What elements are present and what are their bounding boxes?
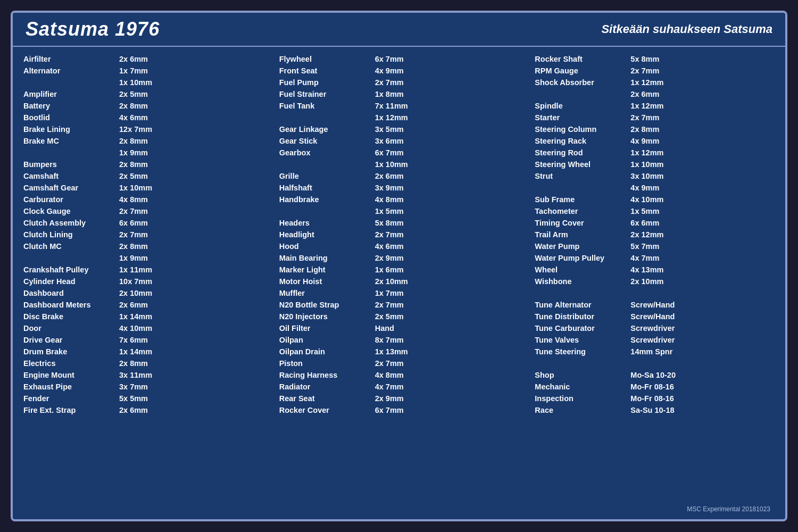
- item-name: Rear Seat: [279, 394, 375, 404]
- item-name: Camshaft Gear: [23, 183, 119, 194]
- item-spec: 1x 9mm: [119, 148, 167, 159]
- item-spec: 6x 7mm: [375, 405, 423, 416]
- column-1: Airfilter2x 6mmAlternator1x 7mm 1x 10mmA…: [23, 54, 263, 503]
- item-spec: 2x 7mm: [375, 359, 423, 369]
- item-spec: 4x 7mm: [375, 382, 423, 393]
- item-spec: 5x 8mm: [630, 54, 678, 65]
- table-row: 4x 9mm: [535, 183, 775, 195]
- item-spec: 1x 13mm: [375, 347, 423, 358]
- item-name: Headlight: [279, 230, 375, 240]
- table-row: Exhaust Pipe3x 7mm: [23, 382, 263, 394]
- table-row: 1x 5mm: [279, 206, 519, 218]
- item-name: Steering Column: [535, 124, 630, 135]
- item-name: Front Seat: [279, 66, 375, 77]
- table-row: Headers5x 8mm: [279, 218, 519, 230]
- item-name: Brake MC: [23, 136, 119, 147]
- table-row: Bootlid4x 6mm: [23, 113, 263, 124]
- columns-wrapper: Airfilter2x 6mmAlternator1x 7mm 1x 10mmA…: [23, 54, 775, 503]
- table-row: Wishbone2x 10mm: [535, 277, 775, 288]
- item-name: Bumpers: [23, 160, 119, 170]
- table-row: Gear Stick3x 6mm: [279, 136, 519, 148]
- item-spec: 2x 8mm: [119, 160, 167, 170]
- item-spec: 4x 8mm: [375, 370, 423, 381]
- item-spec: 2x 10mm: [630, 277, 678, 287]
- table-row: Muffler1x 7mm: [279, 288, 519, 300]
- item-name: Mechanic: [535, 382, 630, 393]
- item-name: N20 Bottle Strap: [279, 300, 375, 311]
- item-name: Fuel Pump: [279, 78, 375, 88]
- item-spec: 2x 5mm: [375, 312, 423, 322]
- table-row: Clutch MC2x 8mm: [23, 242, 263, 253]
- item-name: Oilpan Drain: [279, 347, 375, 358]
- table-row: Cylinder Head10x 7mm: [23, 277, 263, 288]
- item-name: Muffler: [279, 288, 375, 299]
- table-row: Tune AlternatorScrew/Hand: [535, 300, 775, 312]
- item-spec: 4x 9mm: [630, 183, 678, 194]
- item-spec: 2x 6mm: [630, 89, 678, 100]
- item-name: Carburator: [23, 195, 119, 205]
- item-name: Timing Cover: [535, 218, 630, 229]
- item-name: Motor Hoist: [279, 277, 375, 287]
- item-spec: 4x 9mm: [375, 66, 423, 77]
- item-spec: 5x 7mm: [630, 242, 678, 252]
- item-spec: 4x 8mm: [375, 195, 423, 205]
- item-name: Rocker Shaft: [535, 54, 630, 65]
- table-row: Water Pump5x 7mm: [535, 242, 775, 253]
- table-row: 1x 9mm: [23, 253, 263, 265]
- item-spec: 4x 7mm: [630, 253, 678, 264]
- item-spec: 2x 9mm: [375, 253, 423, 264]
- table-row: Rocker Shaft5x 8mm: [535, 54, 775, 66]
- item-name: Gearbox: [279, 148, 375, 159]
- item-name: Oil Filter: [279, 323, 375, 334]
- item-spec: 1x 14mm: [119, 312, 167, 322]
- table-row: Piston2x 7mm: [279, 359, 519, 370]
- table-row: Starter2x 7mm: [535, 113, 775, 124]
- table-row: Flywheel6x 7mm: [279, 54, 519, 66]
- table-row: Drive Gear7x 6mm: [23, 335, 263, 347]
- table-row: N20 Bottle Strap2x 7mm: [279, 300, 519, 312]
- item-name: Steering Wheel: [535, 160, 630, 170]
- item-name: Amplifier: [23, 89, 119, 100]
- item-name: Flywheel: [279, 54, 375, 65]
- item-spec: 4x 8mm: [119, 195, 167, 205]
- column-2: Flywheel6x 7mmFront Seat4x 9mmFuel Pump2…: [279, 54, 519, 503]
- table-row: Brake MC2x 8mm: [23, 136, 263, 148]
- item-name: Fender: [23, 394, 119, 404]
- item-spec: 1x 5mm: [375, 206, 423, 217]
- item-spec: 4x 6mm: [375, 242, 423, 252]
- item-name: Starter: [535, 113, 630, 123]
- item-spec: Sa-Su 10-18: [630, 405, 678, 416]
- table-row: Grille2x 6mm: [279, 171, 519, 183]
- table-row: Water Pump Pulley4x 7mm: [535, 253, 775, 265]
- table-row: 1x 10mm: [23, 78, 263, 89]
- item-spec: 4x 10mm: [630, 195, 678, 205]
- item-spec: 6x 7mm: [375, 54, 423, 65]
- table-row: Electrics2x 8mm: [23, 359, 263, 370]
- table-row: Clutch Lining2x 7mm: [23, 230, 263, 242]
- item-spec: 6x 6mm: [119, 218, 167, 229]
- item-name: Hood: [279, 242, 375, 252]
- item-name: Bootlid: [23, 113, 119, 123]
- table-row: Shock Absorber1x 12mm: [535, 78, 775, 89]
- item-spec: 5x 5mm: [119, 394, 167, 404]
- item-name: Main Bearing: [279, 253, 375, 264]
- table-row: Fuel Pump2x 7mm: [279, 78, 519, 89]
- table-row: [535, 359, 775, 370]
- table-row: Tachometer1x 5mm: [535, 206, 775, 218]
- table-row: 1x 9mm: [23, 148, 263, 160]
- page-subtitle: Sitkeään suhaukseen Satsuma: [601, 22, 772, 36]
- table-row: Drum Brake1x 14mm: [23, 347, 263, 359]
- item-spec: 2x 8mm: [119, 242, 167, 252]
- table-row: Rear Seat2x 9mm: [279, 394, 519, 405]
- item-spec: 2x 6mm: [119, 300, 167, 311]
- table-row: Trail Arm2x 12mm: [535, 230, 775, 242]
- item-spec: Mo-Fr 08-16: [630, 382, 678, 393]
- item-spec: 7x 6mm: [119, 335, 167, 346]
- item-spec: 4x 13mm: [630, 265, 678, 276]
- item-spec: Mo-Sa 10-20: [630, 370, 678, 381]
- item-name: Clutch MC: [23, 242, 119, 252]
- item-spec: 2x 12mm: [630, 230, 678, 240]
- item-name: Headers: [279, 218, 375, 229]
- item-spec: 1x 7mm: [119, 66, 167, 77]
- item-name: Wishbone: [535, 277, 630, 287]
